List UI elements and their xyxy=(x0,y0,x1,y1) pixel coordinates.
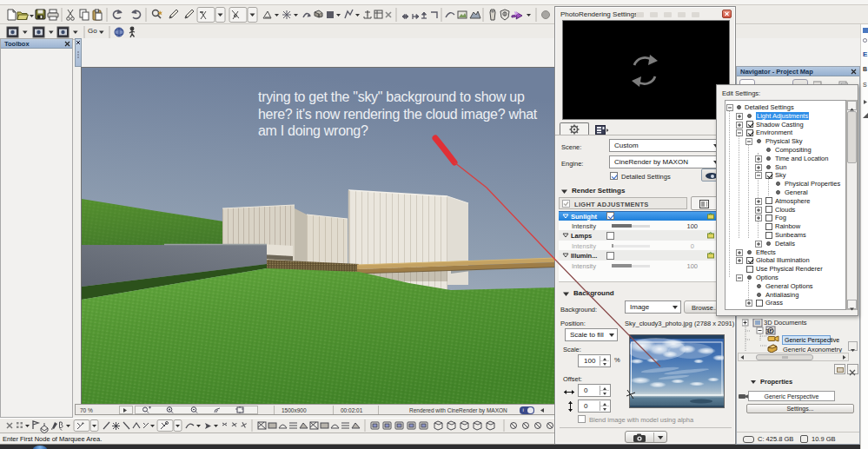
svg-text:am I doing wrong?: am I doing wrong? xyxy=(258,123,368,138)
svg-text:trying to get the "sky" backgr: trying to get the "sky" background to sh… xyxy=(258,89,525,104)
svg-text:here? it's now rendering the c: here? it's now rendering the cloud image… xyxy=(258,107,538,122)
